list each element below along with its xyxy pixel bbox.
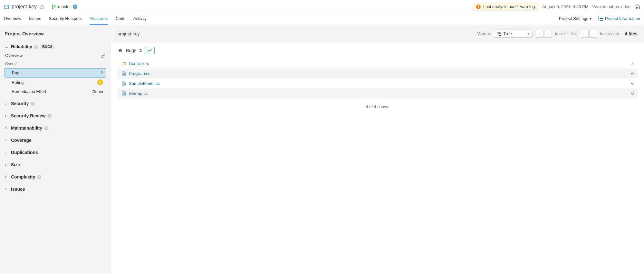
add-branch-icon[interactable]: +	[73, 5, 77, 9]
version-label: Version not provided	[592, 4, 630, 9]
help-icon[interactable]: ?	[31, 102, 35, 106]
measure-rating[interactable]: Rating C	[5, 78, 106, 87]
bugs-tag: BUGS	[40, 44, 54, 49]
bugs-header-label: Bugs	[126, 48, 136, 53]
file-name: Controllers	[129, 61, 149, 66]
list-icon	[598, 16, 603, 21]
domain-duplications[interactable]: ›Duplications	[5, 148, 106, 157]
project-settings-dropdown[interactable]: Project Settings ▾	[559, 16, 592, 21]
domain-security[interactable]: ›Security?	[5, 99, 106, 108]
measure-bugs[interactable]: Bugs 2	[5, 68, 106, 78]
tree-icon	[497, 32, 501, 36]
analysis-date: August 5, 2021, 4:46 PM	[542, 4, 588, 9]
svg-marker-1	[40, 5, 44, 9]
tab-code[interactable]: Code	[116, 12, 126, 25]
file-name: Program.cs	[129, 71, 150, 76]
chevron-down-icon: ⌄	[5, 44, 9, 49]
svg-rect-5	[497, 32, 501, 32]
tab-activity[interactable]: Activity	[133, 12, 147, 25]
breadcrumb[interactable]: project-key	[118, 31, 139, 36]
file-list: Controllers2Program.cs0SampleModel.cs0St…	[111, 59, 644, 102]
file-bugs-count: 0	[631, 81, 634, 86]
branch-selector[interactable]: master +	[52, 4, 77, 9]
branch-name: master	[58, 4, 71, 9]
measures-sidebar: Project Overview ⌄ Reliability ? BUGS Ov…	[0, 25, 111, 273]
chevron-right-icon: ›	[5, 114, 9, 118]
domain-reliability[interactable]: ⌄ Reliability ? BUGS	[5, 42, 106, 51]
help-icon[interactable]: ?	[44, 126, 48, 130]
file-name: SampleModel.cs	[129, 81, 160, 86]
warning-icon: !	[476, 5, 481, 9]
svg-point-3	[52, 8, 53, 9]
help-icon[interactable]: ?	[34, 45, 38, 49]
branch-icon	[52, 5, 56, 9]
domain-complexity[interactable]: ›Complexity?	[5, 172, 106, 181]
chevron-right-icon: ›	[5, 138, 9, 142]
file-row[interactable]: Program.cs0	[118, 68, 638, 78]
file-bugs-count: 0	[631, 71, 634, 76]
project-name[interactable]: project-key	[12, 4, 37, 10]
svg-point-2	[52, 5, 53, 6]
chevron-right-icon: ›	[5, 175, 9, 179]
tab-security-hotspots[interactable]: Security Hotspots	[49, 12, 82, 25]
svg-rect-7	[499, 35, 501, 36]
chevron-right-icon: ›	[5, 126, 9, 130]
svg-rect-0	[5, 5, 9, 9]
domain-maintainability[interactable]: ›Maintainability?	[5, 123, 106, 132]
measure-remediation[interactable]: Remediation Effort 25min	[5, 87, 106, 96]
key-up: ↑	[536, 30, 543, 38]
bug-icon	[118, 48, 123, 53]
reliability-overview[interactable]: Overview	[5, 51, 106, 60]
shown-summary: 4 of 4 shown	[111, 102, 644, 112]
home-icon[interactable]	[634, 4, 640, 10]
analysis-warning: ! Last analysis had 1 warning	[473, 3, 538, 11]
file-icon	[121, 71, 126, 76]
file-row[interactable]: SampleModel.cs0	[118, 78, 638, 88]
domain-size[interactable]: ›Size	[5, 160, 106, 169]
view-as-label: View as	[477, 32, 491, 36]
navigate-hint: to navigate	[600, 32, 619, 36]
select-hint: to select files	[555, 32, 577, 36]
help-icon[interactable]: ?	[47, 114, 52, 118]
sidebar-title: Project Overview	[5, 31, 106, 36]
file-icon	[121, 91, 126, 96]
subnav-tabs: Overview Issues Security Hotspots Measur…	[4, 12, 147, 25]
chevron-right-icon: ›	[5, 187, 9, 191]
domain-security-review[interactable]: ›Security Review?	[5, 111, 106, 120]
domain-issues[interactable]: ›Issues	[5, 185, 106, 194]
warning-link[interactable]: 1 warning	[517, 4, 535, 9]
key-left: ←	[581, 30, 589, 38]
domain-coverage[interactable]: ›Coverage	[5, 136, 106, 145]
folder-icon	[121, 61, 126, 66]
key-right: →	[589, 30, 597, 38]
warning-text: Last analysis had	[483, 4, 517, 9]
chevron-right-icon: ›	[5, 150, 9, 155]
chevron-down-icon: ▾	[527, 31, 530, 36]
tab-overview[interactable]: Overview	[4, 12, 21, 25]
help-icon[interactable]: ?	[37, 175, 41, 179]
project-icon	[4, 4, 9, 9]
svg-rect-6	[498, 33, 501, 34]
svg-point-4	[54, 5, 55, 6]
chevron-right-icon: ›	[5, 162, 9, 167]
link-icon	[101, 53, 106, 58]
files-count: 4 files	[625, 31, 638, 36]
chevron-down-icon: ▾	[590, 16, 592, 21]
file-row[interactable]: Startup.cs0	[118, 88, 638, 98]
key-down: ↓	[544, 30, 552, 38]
file-bugs-count: 2	[631, 61, 634, 66]
project-information-link[interactable]: Project Information	[598, 16, 640, 21]
file-icon	[121, 81, 126, 86]
history-chart-button[interactable]	[145, 47, 155, 54]
svg-point-8	[119, 50, 121, 52]
chevron-right-icon: ›	[5, 101, 9, 106]
bugs-header-count: 2	[139, 48, 142, 53]
tab-issues[interactable]: Issues	[29, 12, 41, 25]
folder-row[interactable]: Controllers2	[118, 59, 638, 68]
favorite-star-icon[interactable]	[39, 4, 44, 9]
file-bugs-count: 0	[631, 91, 634, 96]
view-mode-select[interactable]: Tree ▾	[494, 30, 533, 38]
overall-label: Overall	[5, 60, 106, 68]
tab-measures[interactable]: Measures	[90, 12, 108, 25]
file-name: Startup.cs	[129, 91, 148, 96]
